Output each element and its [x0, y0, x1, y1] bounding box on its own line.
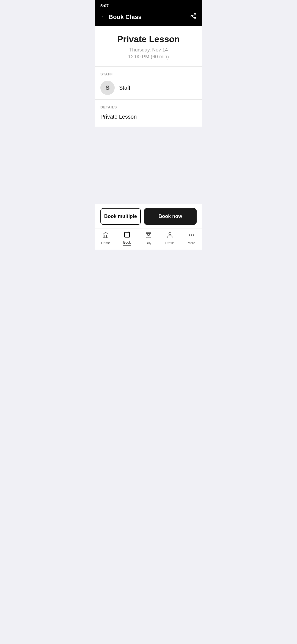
svg-rect-5: [125, 232, 130, 237]
tab-profile-label: Profile: [165, 241, 175, 245]
header-title: Book Class: [109, 13, 142, 21]
staff-section-label: STAFF: [100, 72, 197, 76]
share-icon[interactable]: [190, 13, 197, 21]
staff-avatar-letter: S: [106, 84, 110, 91]
tab-bar: Home Book: [95, 228, 202, 250]
home-icon: [102, 232, 109, 240]
tab-more[interactable]: More: [181, 232, 202, 245]
page-wrapper: 5:07 ← Book Class Private Lesson Thursda…: [95, 0, 202, 250]
status-bar: 5:07: [95, 0, 202, 10]
tab-home[interactable]: Home: [95, 232, 116, 245]
tab-book-label: Book: [123, 241, 131, 244]
tab-book-active-bar: [123, 245, 131, 246]
back-arrow-icon: ←: [100, 13, 106, 21]
tab-more-label: More: [188, 241, 195, 245]
class-date: Thursday, Nov 14: [100, 47, 197, 53]
book-now-button[interactable]: Book now: [144, 208, 197, 225]
staff-name: Staff: [119, 85, 130, 91]
tab-buy[interactable]: Buy: [138, 232, 159, 245]
staff-avatar: S: [100, 81, 115, 95]
back-button[interactable]: ← Book Class: [100, 13, 142, 21]
tab-buy-label: Buy: [146, 241, 152, 245]
book-icon: [124, 231, 130, 239]
bottom-actions: Book multiple Book now: [95, 204, 202, 228]
profile-icon: [167, 232, 173, 240]
svg-point-13: [193, 234, 194, 235]
gray-area: [95, 127, 202, 204]
staff-row: S Staff: [100, 81, 197, 95]
class-time: 12:00 PM (60 min): [100, 54, 197, 60]
tab-profile[interactable]: Profile: [159, 232, 181, 245]
svg-point-12: [191, 234, 192, 235]
svg-line-3: [193, 17, 194, 18]
class-header: Private Lesson Thursday, Nov 14 12:00 PM…: [95, 26, 202, 67]
details-section-label: DETAILS: [100, 105, 197, 109]
book-multiple-button[interactable]: Book multiple: [100, 208, 141, 225]
header: ← Book Class: [95, 10, 202, 26]
buy-icon: [145, 232, 152, 240]
class-title: Private Lesson: [100, 34, 197, 44]
tab-book[interactable]: Book: [116, 231, 138, 245]
svg-line-4: [193, 15, 194, 16]
svg-point-11: [189, 234, 190, 235]
details-section: DETAILS Private Lesson: [95, 100, 202, 127]
status-time: 5:07: [100, 3, 109, 8]
details-text: Private Lesson: [100, 114, 197, 120]
tab-home-label: Home: [101, 241, 110, 245]
more-icon: [188, 232, 195, 240]
svg-point-10: [169, 233, 171, 235]
staff-section: STAFF S Staff: [95, 67, 202, 100]
